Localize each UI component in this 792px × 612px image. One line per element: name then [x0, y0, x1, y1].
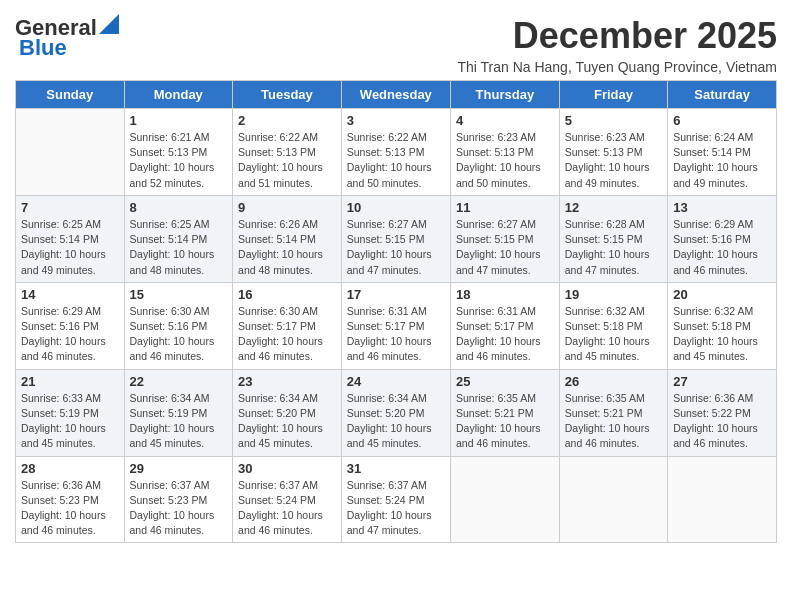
day-number: 12 [565, 200, 662, 215]
day-info: Sunrise: 6:34 AMSunset: 5:19 PMDaylight:… [130, 391, 228, 452]
day-number: 1 [130, 113, 228, 128]
day-info: Sunrise: 6:22 AMSunset: 5:13 PMDaylight:… [347, 130, 445, 191]
day-number: 13 [673, 200, 771, 215]
calendar-header-row: SundayMondayTuesdayWednesdayThursdayFrid… [16, 81, 777, 109]
header-friday: Friday [559, 81, 667, 109]
day-number: 25 [456, 374, 554, 389]
title-block: December 2025 Thi Tran Na Hang, Tuyen Qu… [457, 15, 777, 75]
logo-icon [99, 14, 119, 34]
calendar-cell: 18Sunrise: 6:31 AMSunset: 5:17 PMDayligh… [450, 282, 559, 369]
day-number: 20 [673, 287, 771, 302]
day-info: Sunrise: 6:21 AMSunset: 5:13 PMDaylight:… [130, 130, 228, 191]
calendar-week-2: 7Sunrise: 6:25 AMSunset: 5:14 PMDaylight… [16, 195, 777, 282]
day-number: 18 [456, 287, 554, 302]
day-number: 8 [130, 200, 228, 215]
day-info: Sunrise: 6:24 AMSunset: 5:14 PMDaylight:… [673, 130, 771, 191]
day-number: 29 [130, 461, 228, 476]
day-number: 15 [130, 287, 228, 302]
day-number: 10 [347, 200, 445, 215]
day-info: Sunrise: 6:34 AMSunset: 5:20 PMDaylight:… [347, 391, 445, 452]
day-number: 2 [238, 113, 336, 128]
calendar-cell: 28Sunrise: 6:36 AMSunset: 5:23 PMDayligh… [16, 456, 125, 543]
day-info: Sunrise: 6:25 AMSunset: 5:14 PMDaylight:… [21, 217, 119, 278]
calendar-cell [668, 456, 777, 543]
calendar-cell: 16Sunrise: 6:30 AMSunset: 5:17 PMDayligh… [233, 282, 342, 369]
location-title: Thi Tran Na Hang, Tuyen Quang Province, … [457, 59, 777, 75]
day-number: 9 [238, 200, 336, 215]
day-info: Sunrise: 6:26 AMSunset: 5:14 PMDaylight:… [238, 217, 336, 278]
day-number: 16 [238, 287, 336, 302]
day-info: Sunrise: 6:34 AMSunset: 5:20 PMDaylight:… [238, 391, 336, 452]
day-number: 31 [347, 461, 445, 476]
day-number: 4 [456, 113, 554, 128]
day-info: Sunrise: 6:35 AMSunset: 5:21 PMDaylight:… [456, 391, 554, 452]
header-saturday: Saturday [668, 81, 777, 109]
day-number: 11 [456, 200, 554, 215]
calendar-cell: 29Sunrise: 6:37 AMSunset: 5:23 PMDayligh… [124, 456, 233, 543]
header-sunday: Sunday [16, 81, 125, 109]
day-info: Sunrise: 6:22 AMSunset: 5:13 PMDaylight:… [238, 130, 336, 191]
logo-blue-text: Blue [19, 35, 67, 61]
day-info: Sunrise: 6:23 AMSunset: 5:13 PMDaylight:… [456, 130, 554, 191]
day-info: Sunrise: 6:30 AMSunset: 5:16 PMDaylight:… [130, 304, 228, 365]
day-number: 21 [21, 374, 119, 389]
day-number: 7 [21, 200, 119, 215]
day-info: Sunrise: 6:33 AMSunset: 5:19 PMDaylight:… [21, 391, 119, 452]
calendar-cell: 30Sunrise: 6:37 AMSunset: 5:24 PMDayligh… [233, 456, 342, 543]
calendar-cell: 17Sunrise: 6:31 AMSunset: 5:17 PMDayligh… [341, 282, 450, 369]
calendar-cell: 15Sunrise: 6:30 AMSunset: 5:16 PMDayligh… [124, 282, 233, 369]
day-number: 19 [565, 287, 662, 302]
calendar-cell: 6Sunrise: 6:24 AMSunset: 5:14 PMDaylight… [668, 109, 777, 196]
day-number: 23 [238, 374, 336, 389]
calendar-cell: 11Sunrise: 6:27 AMSunset: 5:15 PMDayligh… [450, 195, 559, 282]
logo: General Blue [15, 15, 119, 61]
calendar-cell [450, 456, 559, 543]
day-info: Sunrise: 6:31 AMSunset: 5:17 PMDaylight:… [347, 304, 445, 365]
day-info: Sunrise: 6:32 AMSunset: 5:18 PMDaylight:… [673, 304, 771, 365]
day-info: Sunrise: 6:30 AMSunset: 5:17 PMDaylight:… [238, 304, 336, 365]
day-info: Sunrise: 6:37 AMSunset: 5:23 PMDaylight:… [130, 478, 228, 539]
day-number: 6 [673, 113, 771, 128]
calendar-cell: 14Sunrise: 6:29 AMSunset: 5:16 PMDayligh… [16, 282, 125, 369]
header-thursday: Thursday [450, 81, 559, 109]
calendar-cell: 22Sunrise: 6:34 AMSunset: 5:19 PMDayligh… [124, 369, 233, 456]
day-info: Sunrise: 6:37 AMSunset: 5:24 PMDaylight:… [238, 478, 336, 539]
day-number: 22 [130, 374, 228, 389]
day-number: 3 [347, 113, 445, 128]
day-info: Sunrise: 6:37 AMSunset: 5:24 PMDaylight:… [347, 478, 445, 539]
svg-marker-0 [99, 14, 119, 34]
calendar-cell [559, 456, 667, 543]
day-number: 30 [238, 461, 336, 476]
calendar-week-1: 1Sunrise: 6:21 AMSunset: 5:13 PMDaylight… [16, 109, 777, 196]
calendar-cell: 12Sunrise: 6:28 AMSunset: 5:15 PMDayligh… [559, 195, 667, 282]
calendar-cell: 20Sunrise: 6:32 AMSunset: 5:18 PMDayligh… [668, 282, 777, 369]
calendar-cell: 7Sunrise: 6:25 AMSunset: 5:14 PMDaylight… [16, 195, 125, 282]
day-number: 5 [565, 113, 662, 128]
month-title: December 2025 [457, 15, 777, 57]
calendar-cell: 4Sunrise: 6:23 AMSunset: 5:13 PMDaylight… [450, 109, 559, 196]
calendar-cell: 8Sunrise: 6:25 AMSunset: 5:14 PMDaylight… [124, 195, 233, 282]
day-info: Sunrise: 6:29 AMSunset: 5:16 PMDaylight:… [673, 217, 771, 278]
calendar-cell: 13Sunrise: 6:29 AMSunset: 5:16 PMDayligh… [668, 195, 777, 282]
calendar-cell: 27Sunrise: 6:36 AMSunset: 5:22 PMDayligh… [668, 369, 777, 456]
calendar-cell: 9Sunrise: 6:26 AMSunset: 5:14 PMDaylight… [233, 195, 342, 282]
day-number: 26 [565, 374, 662, 389]
header-tuesday: Tuesday [233, 81, 342, 109]
day-number: 28 [21, 461, 119, 476]
calendar-cell: 3Sunrise: 6:22 AMSunset: 5:13 PMDaylight… [341, 109, 450, 196]
day-info: Sunrise: 6:36 AMSunset: 5:22 PMDaylight:… [673, 391, 771, 452]
day-info: Sunrise: 6:27 AMSunset: 5:15 PMDaylight:… [347, 217, 445, 278]
day-info: Sunrise: 6:27 AMSunset: 5:15 PMDaylight:… [456, 217, 554, 278]
day-info: Sunrise: 6:36 AMSunset: 5:23 PMDaylight:… [21, 478, 119, 539]
calendar-cell: 21Sunrise: 6:33 AMSunset: 5:19 PMDayligh… [16, 369, 125, 456]
calendar-cell: 5Sunrise: 6:23 AMSunset: 5:13 PMDaylight… [559, 109, 667, 196]
calendar-cell: 10Sunrise: 6:27 AMSunset: 5:15 PMDayligh… [341, 195, 450, 282]
day-info: Sunrise: 6:28 AMSunset: 5:15 PMDaylight:… [565, 217, 662, 278]
day-info: Sunrise: 6:29 AMSunset: 5:16 PMDaylight:… [21, 304, 119, 365]
calendar-week-3: 14Sunrise: 6:29 AMSunset: 5:16 PMDayligh… [16, 282, 777, 369]
header-wednesday: Wednesday [341, 81, 450, 109]
calendar-week-4: 21Sunrise: 6:33 AMSunset: 5:19 PMDayligh… [16, 369, 777, 456]
calendar-cell: 23Sunrise: 6:34 AMSunset: 5:20 PMDayligh… [233, 369, 342, 456]
calendar-week-5: 28Sunrise: 6:36 AMSunset: 5:23 PMDayligh… [16, 456, 777, 543]
calendar-cell: 19Sunrise: 6:32 AMSunset: 5:18 PMDayligh… [559, 282, 667, 369]
